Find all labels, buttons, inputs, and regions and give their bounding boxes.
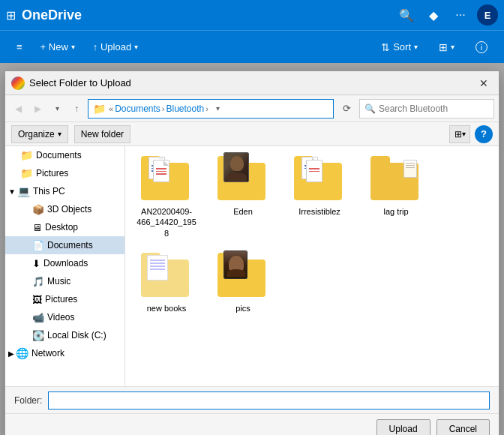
more-icon[interactable]: ··· [450, 4, 471, 26]
content-area: 📁 Documents 📁 Pictures ▼ 💻 This PC 📦 [5, 146, 499, 386]
tree-music[interactable]: 🎵 Music [5, 272, 124, 290]
view-toggle-button[interactable]: ⊞ ▾ [449, 125, 470, 143]
file-item[interactable]: AN20200409-466_14420_1958 [133, 154, 200, 242]
avatar[interactable]: E [477, 4, 498, 26]
new-chevron: ▾ [71, 43, 75, 51]
file-name: lag trip [383, 206, 408, 217]
info-button[interactable]: i [468, 37, 495, 58]
info-icon: i [476, 41, 488, 53]
cancel-button[interactable]: Cancel [436, 419, 490, 436]
tree-network[interactable]: ▶ 🌐 Network [5, 344, 124, 362]
videos-icon: 📹 [32, 312, 44, 323]
folder-icon-newbooks [141, 254, 192, 302]
folder-label: Folder: [14, 395, 42, 406]
back-button[interactable]: ◀ [10, 100, 26, 117]
file-grid: AN20200409-466_14420_1958 [133, 154, 491, 316]
od-toolbar: ≡ + New ▾ ↑ Upload ▾ ⇅ Sort ▾ ⊞ ▾ i [0, 30, 504, 63]
file-name: AN20200409-466_14420_1958 [136, 206, 197, 238]
tree-thispc[interactable]: ▼ 💻 This PC [5, 182, 124, 200]
file-item[interactable]: pics [209, 250, 277, 316]
upload-label: ↑ Upload [93, 41, 131, 52]
refresh-button[interactable]: ⟳ [337, 99, 356, 118]
pictures-icon: 🖼 [32, 294, 42, 305]
file-name: new books [147, 303, 187, 314]
view-list-icon: ⊞ [454, 129, 462, 140]
sort-icon: ⇅ [381, 41, 390, 53]
folder-input[interactable] [48, 392, 490, 410]
folder-icon-small: 📁 [93, 103, 106, 115]
address-path[interactable]: 📁 « Documents › Bluetooth › ▾ [88, 99, 334, 118]
docs-icon: 📄 [32, 240, 44, 251]
upload-chevron: ▾ [134, 43, 138, 51]
organize-label: Organize [18, 129, 55, 140]
upload-button[interactable]: ↑ Upload ▾ [86, 37, 146, 57]
file-item[interactable]: lag trip [362, 154, 430, 242]
tree-pictures[interactable]: 🖼 Pictures [5, 290, 124, 308]
search-icon: 🔍 [364, 104, 376, 114]
breadcrumb-sep2: › [206, 104, 208, 113]
diamond-icon[interactable]: ◆ [423, 4, 444, 26]
file-panel: AN20200409-466_14420_1958 [125, 146, 499, 386]
tree-localdisk[interactable]: 💽 Local Disk (C:) [5, 326, 124, 344]
network-icon: 🌐 [16, 347, 28, 359]
breadcrumb-part2[interactable]: Bluetooth [166, 104, 205, 114]
folder-icon: 📁 [20, 149, 33, 161]
path-dropdown[interactable]: ▾ [210, 104, 226, 112]
file-item[interactable]: new books [133, 250, 200, 316]
file-item[interactable]: Eden [209, 154, 277, 242]
hamburger-icon: ≡ [16, 41, 22, 52]
desktop-icon: 🖥 [32, 222, 42, 233]
dialog-title: Select Folder to Upload [29, 77, 475, 88]
tree-downloads[interactable]: ⬇ Downloads [5, 254, 124, 272]
forward-button[interactable]: ▶ [29, 100, 46, 117]
organize-bar: Organize ▾ New folder ⊞ ▾ ? [5, 122, 499, 146]
file-name: Eden [233, 206, 253, 217]
upload-button[interactable]: Upload [376, 419, 430, 436]
new-folder-button[interactable]: New folder [74, 125, 130, 143]
tree-documents[interactable]: 📄 Documents [5, 236, 124, 254]
tree-3dobjects[interactable]: 📦 3D Objects [5, 200, 124, 218]
search-box: 🔍 [359, 99, 494, 118]
close-button[interactable]: ✕ [475, 74, 493, 92]
organize-chevron: ▾ [58, 130, 62, 138]
file-name: pics [236, 303, 250, 314]
file-dialog: Select Folder to Upload ✕ ◀ ▶ ▾ ↑ 📁 « Do… [4, 70, 500, 435]
sort-chevron: ▾ [414, 43, 418, 51]
up-button[interactable]: ↑ [68, 100, 85, 117]
tree-item-pictures-fav[interactable]: 📁 Pictures [5, 164, 124, 182]
view-button[interactable]: ⊞ ▾ [431, 37, 462, 58]
expand-icon: ▼ [8, 188, 16, 196]
sort-label: Sort [393, 41, 411, 52]
breadcrumb-part1[interactable]: Documents [115, 104, 160, 114]
folder-icon: 📁 [20, 167, 33, 179]
thispc-label: This PC [33, 186, 65, 196]
network-label: Network [32, 348, 64, 358]
downloads-icon: ⬇ [32, 258, 40, 269]
sort-button[interactable]: ⇅ Sort ▾ [374, 37, 425, 58]
grid-icon: ⊞ [6, 8, 16, 22]
dialog-titlebar: Select Folder to Upload ✕ [5, 71, 499, 95]
file-name: Irresistiblez [298, 206, 340, 217]
new-button[interactable]: + New ▾ [33, 37, 82, 57]
tree-item-documents-fav[interactable]: 📁 Documents [5, 146, 124, 164]
pc-icon: 💻 [17, 185, 30, 197]
organize-button[interactable]: Organize ▾ [11, 125, 68, 143]
folder-icon-an [141, 157, 192, 205]
folder-icon-pics [218, 254, 268, 302]
folder-bar: Folder: [5, 386, 499, 413]
recent-button[interactable]: ▾ [49, 100, 65, 117]
help-button[interactable]: ? [475, 125, 493, 143]
new-folder-label: New folder [81, 129, 124, 140]
folder-icon-irresistiblez [294, 157, 345, 205]
new-label: + New [40, 41, 68, 52]
main-area: Select Folder to Upload ✕ ◀ ▶ ▾ ↑ 📁 « Do… [0, 63, 504, 435]
tree-desktop[interactable]: 🖥 Desktop [5, 218, 124, 236]
search-icon[interactable]: 🔍 [396, 4, 417, 26]
view-icon: ⊞ [439, 41, 448, 53]
tree-videos[interactable]: 📹 Videos [5, 308, 124, 326]
folder-icon-eden [218, 157, 268, 205]
file-item[interactable]: Irresistiblez [286, 154, 353, 242]
search-input[interactable] [379, 104, 489, 114]
hamburger-button[interactable]: ≡ [9, 37, 30, 57]
addr-chevron: « [109, 104, 113, 113]
